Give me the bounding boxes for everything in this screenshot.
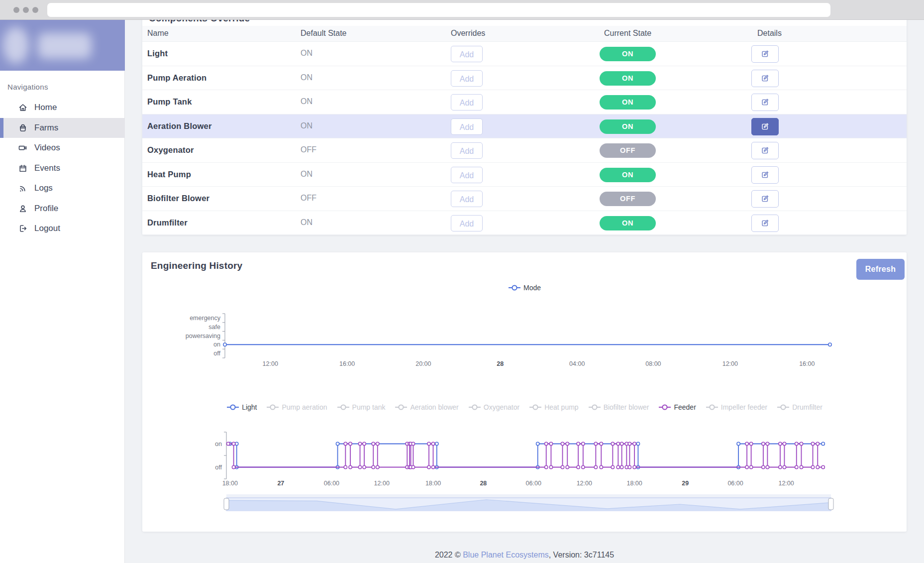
legend-label: Biofilter blower: [604, 403, 649, 411]
sidebar-item-events[interactable]: Events: [0, 158, 125, 179]
add-override-button[interactable]: Add: [451, 142, 483, 159]
legend-item-biofilter-blower[interactable]: Biofilter blower: [588, 403, 649, 411]
legend-item-mode[interactable]: Mode: [508, 284, 541, 292]
sidebar-item-logout[interactable]: Logout: [0, 219, 125, 239]
details-edit-button[interactable]: [751, 215, 779, 232]
window-minimize-icon[interactable]: [23, 7, 29, 13]
add-override-button[interactable]: Add: [451, 215, 483, 231]
legend-label: Drumfilter: [792, 403, 822, 411]
default-state-value: ON: [301, 121, 312, 130]
current-state-badge: OFF: [600, 192, 656, 206]
legend-item-light[interactable]: Light: [226, 403, 257, 411]
sidebar-item-label: Logs: [34, 183, 53, 193]
col-default-state: Default State: [301, 29, 347, 38]
legend-item-impeller-feeder[interactable]: Impeller feeder: [706, 403, 767, 411]
home-icon: [18, 103, 28, 113]
edit-icon: [760, 219, 770, 228]
edit-icon: [760, 49, 770, 59]
sidebar-item-profile[interactable]: Profile: [0, 199, 125, 219]
svg-text:04:00: 04:00: [569, 360, 585, 367]
details-edit-button[interactable]: [751, 70, 779, 87]
default-state-value: OFF: [301, 145, 316, 154]
brush-handle-left[interactable]: [224, 498, 229, 510]
window-close-icon[interactable]: [13, 7, 19, 13]
table-row[interactable]: Pump TankONAddON: [142, 90, 907, 114]
add-override-button[interactable]: Add: [451, 118, 483, 135]
refresh-button[interactable]: Refresh: [856, 259, 905, 280]
legend-label: Impeller feeder: [721, 403, 767, 411]
sidebar-nav: HomeFarmsVideosEventsLogsProfileLogout: [0, 98, 125, 239]
legend-item-feeder[interactable]: Feeder: [658, 403, 696, 411]
profile-icon: [18, 204, 28, 214]
sidebar-item-label: Profile: [34, 204, 58, 214]
video-icon: [18, 143, 28, 153]
sidebar-item-logs[interactable]: Logs: [0, 178, 125, 199]
edit-icon: [760, 194, 770, 204]
svg-text:16:00: 16:00: [799, 360, 815, 367]
svg-text:08:00: 08:00: [645, 360, 661, 367]
current-state-badge: ON: [600, 168, 656, 182]
logs-icon: [18, 183, 28, 193]
current-state-badge: ON: [600, 71, 656, 86]
legend-item-pump-aeration[interactable]: Pump aeration: [266, 403, 327, 411]
current-state-badge: ON: [600, 119, 656, 134]
add-override-button[interactable]: Add: [451, 167, 483, 183]
brush-handle-right[interactable]: [828, 498, 833, 510]
browser-chrome: [0, 0, 924, 20]
table-row[interactable]: OxygenatorOFFAddOFF: [142, 138, 907, 163]
col-name: Name: [147, 29, 169, 38]
logout-icon: [18, 224, 28, 233]
add-override-button[interactable]: Add: [451, 191, 483, 207]
legend-marker-icon: [468, 404, 481, 411]
svg-text:16:00: 16:00: [339, 360, 355, 367]
details-edit-button[interactable]: [751, 142, 779, 159]
current-state-badge: ON: [600, 47, 656, 61]
svg-text:emergency: emergency: [190, 315, 221, 322]
sidebar-item-label: Events: [34, 163, 60, 173]
details-edit-button[interactable]: [751, 166, 779, 184]
sidebar-item-farms[interactable]: Farms: [0, 118, 125, 138]
table-row[interactable]: Heat PumpONAddON: [142, 163, 907, 187]
legend-label: Heat pump: [544, 403, 578, 411]
table-row[interactable]: Biofilter BlowerOFFAddOFF: [142, 187, 907, 211]
footer: 2022 © Blue Planet Ecosystems, Version: …: [142, 551, 907, 560]
sidebar-item-videos[interactable]: Videos: [0, 138, 125, 158]
table-row[interactable]: Pump AerationONAddON: [142, 66, 907, 91]
address-bar[interactable]: [47, 3, 830, 17]
details-edit-button[interactable]: [751, 45, 779, 63]
legend-marker-icon: [337, 404, 350, 411]
footer-copyright: 2022 ©: [435, 551, 463, 559]
sidebar-item-label: Home: [34, 103, 57, 113]
svg-text:12:00: 12:00: [263, 360, 278, 367]
legend-item-oxygenator[interactable]: Oxygenator: [468, 403, 519, 411]
footer-company-link[interactable]: Blue Planet Ecosystems: [463, 551, 549, 559]
edit-icon: [760, 146, 770, 155]
table-row[interactable]: Aeration BlowerONAddON: [142, 114, 907, 139]
svg-text:28: 28: [480, 480, 487, 487]
svg-text:28: 28: [497, 360, 504, 367]
table-row[interactable]: LightONAddON: [142, 42, 907, 66]
details-edit-button[interactable]: [751, 118, 779, 135]
legend-item-pump-tank[interactable]: Pump tank: [337, 403, 386, 411]
engineering-history-card: Engineering History Refresh Mode emergen…: [142, 252, 907, 532]
component-name: Light: [147, 49, 168, 58]
component-name: Biofilter Blower: [147, 194, 209, 203]
add-override-button[interactable]: Add: [451, 70, 483, 87]
default-state-value: ON: [301, 97, 312, 106]
svg-text:safe: safe: [208, 324, 220, 331]
legend-item-aeration-blower[interactable]: Aeration blower: [395, 403, 458, 411]
legend-item-drumfilter[interactable]: Drumfilter: [777, 403, 822, 411]
legend-item-heat-pump[interactable]: Heat pump: [529, 403, 578, 411]
current-state-badge: ON: [600, 95, 656, 110]
add-override-button[interactable]: Add: [451, 46, 483, 62]
current-state-badge: OFF: [600, 143, 656, 158]
mode-chart-legend: Mode: [142, 284, 907, 292]
sidebar-item-home[interactable]: Home: [0, 98, 125, 118]
add-override-button[interactable]: Add: [451, 94, 483, 111]
details-edit-button[interactable]: [751, 190, 779, 208]
table-row[interactable]: DrumfilterONAddON: [142, 211, 907, 235]
edit-icon: [760, 74, 770, 83]
details-edit-button[interactable]: [751, 94, 779, 111]
legend-label: Light: [242, 403, 257, 411]
window-zoom-icon[interactable]: [32, 7, 38, 13]
